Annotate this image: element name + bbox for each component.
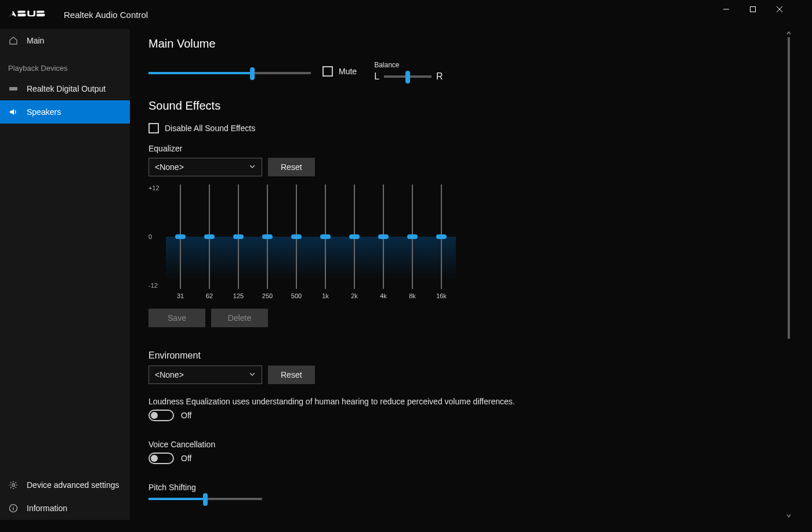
eq-freq-label: 16k [436,292,447,299]
info-icon [8,503,19,513]
mute-label: Mute [339,67,357,76]
sidebar-section-playback: Playback Devices [0,52,130,77]
equalizer-delete-button[interactable]: Delete [211,309,268,327]
environment-reset-button[interactable]: Reset [268,365,315,384]
equalizer-save-button[interactable]: Save [148,309,205,327]
speaker-icon [8,107,19,117]
eq-band-1k[interactable]: 1k [311,184,340,301]
sidebar-item-advanced[interactable]: Device advanced settings [0,473,130,497]
loudness-description: Loudness Equalization uses understanding… [148,397,769,406]
equalizer-preset-dropdown[interactable]: <None> [148,158,262,176]
eq-freq-label: 31 [177,292,184,299]
chevron-down-icon [249,162,256,172]
balance-slider[interactable] [384,75,432,78]
eq-freq-label: 8k [409,292,416,299]
environment-preset-dropdown[interactable]: <None> [148,365,262,384]
scroll-up-icon[interactable] [785,29,793,37]
svg-rect-1 [9,87,17,91]
eq-band-2k[interactable]: 2k [340,184,369,301]
voice-cancellation-label: Voice Cancellation [148,440,769,449]
optical-icon [8,84,19,94]
main-volume-title: Main Volume [148,37,769,50]
sidebar-item-label: Device advanced settings [27,480,119,490]
eq-scale-mid: 0 [148,233,166,240]
eq-freq-label: 4k [380,292,387,299]
balance-label: Balance [374,61,443,69]
chevron-down-icon [249,370,256,379]
equalizer: +12 0 -12 31621252505001k2k4k8k16k [148,184,769,301]
balance-right-label: R [436,71,443,82]
sidebar-item-label: Realtek Digital Output [27,84,106,93]
sidebar-item-main[interactable]: Main [0,29,130,52]
vertical-scrollbar[interactable] [785,29,793,520]
titlebar: Realtek Audio Control [0,0,793,29]
eq-freq-label: 250 [262,292,273,299]
eq-band-8k[interactable]: 8k [398,184,427,301]
environment-preset-value: <None> [155,370,184,379]
loudness-state: Off [181,411,191,420]
sidebar-item-label: Main [27,36,44,45]
sidebar-item-speakers[interactable]: Speakers [0,100,130,124]
eq-freq-label: 125 [233,292,244,299]
environment-label: Environment [148,350,769,361]
pitch-shifting-slider[interactable] [148,498,262,500]
eq-band-125[interactable]: 125 [224,184,253,301]
pitch-shifting-label: Pitch Shifting [148,483,769,492]
equalizer-label: Equalizer [148,144,769,153]
voice-cancellation-state: Off [181,454,191,463]
eq-band-250[interactable]: 250 [253,184,282,301]
eq-band-500[interactable]: 500 [282,184,311,301]
asus-logo [8,0,51,29]
sidebar-item-information[interactable]: Information [0,497,130,520]
eq-freq-label: 2k [351,292,358,299]
sidebar-item-label: Speakers [27,107,61,117]
disable-effects-label: Disable All Sound Effects [165,124,255,133]
disable-effects-checkbox[interactable] [148,123,159,133]
sound-effects-title: Sound Effects [148,99,769,113]
app-title: Realtek Audio Control [64,10,148,20]
eq-band-62[interactable]: 62 [195,184,224,301]
close-button[interactable] [766,0,793,19]
svg-point-2 [12,484,15,487]
maximize-button[interactable] [740,0,766,19]
mute-checkbox[interactable] [322,66,333,77]
eq-scale-bot: -12 [148,282,166,289]
eq-freq-label: 500 [291,292,302,299]
eq-band-4k[interactable]: 4k [369,184,398,301]
voice-cancellation-toggle[interactable] [148,453,174,464]
eq-band-31[interactable]: 31 [166,184,195,301]
sidebar-item-digital-output[interactable]: Realtek Digital Output [0,77,130,100]
scrollbar-thumb[interactable] [788,37,790,339]
home-icon [8,35,19,46]
sidebar-item-label: Information [27,504,67,513]
balance-left-label: L [374,71,379,82]
sidebar: Main Playback Devices Realtek Digital Ou… [0,29,130,520]
equalizer-preset-value: <None> [155,162,184,172]
svg-rect-0 [751,7,756,12]
equalizer-reset-button[interactable]: Reset [268,158,315,176]
gear-icon [8,480,19,490]
eq-scale-top: +12 [148,184,166,191]
scroll-down-icon[interactable] [785,512,793,520]
eq-band-16k[interactable]: 16k [427,184,456,301]
eq-freq-label: 62 [206,292,213,299]
main-volume-slider[interactable] [148,72,311,74]
eq-freq-label: 1k [322,292,329,299]
loudness-toggle[interactable] [148,410,174,421]
minimize-button[interactable] [713,0,740,19]
content-area: Main Volume Mute Balance L [130,29,793,520]
